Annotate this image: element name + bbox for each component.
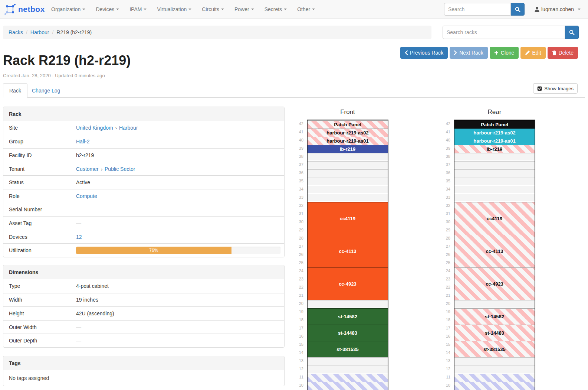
value-link[interactable]: Public Sector bbox=[105, 166, 135, 172]
rear-elevation: Patch Panelharbour-r219-as02harbour-r219… bbox=[454, 120, 535, 390]
reservation-unit[interactable] bbox=[454, 382, 535, 390]
user-menu[interactable]: luqman.cohen bbox=[535, 0, 581, 19]
unit-number: 14 bbox=[285, 348, 303, 357]
device-front-st-14582[interactable]: st-14582 bbox=[308, 308, 388, 325]
unit-number: 17 bbox=[285, 324, 303, 332]
panel-row: StatusActive bbox=[3, 175, 284, 189]
global-search-input[interactable] bbox=[444, 3, 511, 16]
device-rear-harbour-r219-as02[interactable]: harbour-r219-as02 bbox=[454, 129, 535, 137]
device-front-st-381535[interactable]: st-381535 bbox=[308, 341, 388, 357]
empty-slot[interactable] bbox=[454, 300, 535, 308]
unit-number: 42 bbox=[432, 120, 450, 128]
device-rear-lb-r219[interactable]: lb-r219 bbox=[454, 145, 535, 153]
device-front-st-14483[interactable]: st-14483 bbox=[308, 325, 388, 341]
value-link[interactable]: United Kingdom bbox=[76, 125, 113, 131]
device-front-cc-4113[interactable]: cc-4113 bbox=[308, 235, 388, 267]
reservation-unit[interactable] bbox=[454, 374, 535, 382]
empty-slot[interactable] bbox=[308, 161, 388, 169]
value-link[interactable]: Hall-2 bbox=[76, 139, 90, 144]
global-search-button[interactable] bbox=[511, 3, 525, 16]
unit-number: 36 bbox=[285, 169, 303, 177]
delete-button[interactable]: Delete bbox=[548, 47, 578, 59]
empty-slot[interactable] bbox=[454, 169, 535, 178]
device-rear-st-381535[interactable]: st-381535 bbox=[454, 341, 535, 357]
device-front-harbour-r219-as01[interactable]: harbour-r219-as01 bbox=[308, 137, 388, 145]
row-label: Group bbox=[3, 139, 76, 144]
device-rear-cc4119[interactable]: cc4119 bbox=[454, 202, 535, 235]
clone-button[interactable]: Clone bbox=[490, 47, 519, 59]
reservation-unit[interactable] bbox=[308, 374, 388, 382]
empty-slot[interactable] bbox=[454, 153, 535, 161]
empty-slot[interactable] bbox=[308, 153, 388, 161]
edit-button[interactable]: Edit bbox=[520, 47, 545, 59]
device-front-lb-r219[interactable]: lb-r219 bbox=[308, 145, 388, 153]
empty-slot[interactable] bbox=[308, 169, 388, 178]
unit-number: 15 bbox=[432, 340, 450, 348]
nav-item-virtualization[interactable]: Virtualization bbox=[152, 0, 197, 19]
chevron-down-icon bbox=[284, 9, 287, 10]
netbox-brand[interactable]: netbox bbox=[4, 0, 45, 19]
search-icon bbox=[569, 30, 575, 35]
user-icon bbox=[535, 7, 539, 12]
device-rear-cc-4923[interactable]: cc-4923 bbox=[454, 267, 535, 300]
tab-change-log[interactable]: Change Log bbox=[26, 83, 66, 98]
row-value: 12 bbox=[76, 234, 284, 240]
value-link[interactable]: Customer bbox=[76, 166, 99, 172]
unit-number: 36 bbox=[432, 169, 450, 177]
rack-search-input[interactable] bbox=[443, 26, 565, 39]
empty-slot[interactable] bbox=[308, 194, 388, 202]
nav-item-other[interactable]: Other bbox=[292, 0, 320, 19]
panel-row: TenantCustomer›Public Sector bbox=[3, 162, 284, 176]
nav-item-power[interactable]: Power bbox=[229, 0, 259, 19]
device-front-cc4119[interactable]: cc4119 bbox=[308, 202, 388, 235]
nav-item-secrets[interactable]: Secrets bbox=[259, 0, 292, 19]
row-label: Status bbox=[3, 179, 76, 185]
empty-slot[interactable] bbox=[454, 365, 535, 374]
previous-rack-button[interactable]: Previous Rack bbox=[400, 47, 448, 59]
device-rear-patch-panel[interactable]: Patch Panel bbox=[454, 120, 535, 129]
row-value: United Kingdom›Harbour bbox=[76, 125, 284, 131]
device-front-patch-panel[interactable]: Patch Panel bbox=[308, 120, 388, 129]
empty-slot[interactable] bbox=[308, 365, 388, 374]
value-link[interactable]: Harbour bbox=[119, 125, 138, 131]
device-rear-st-14582[interactable]: st-14582 bbox=[454, 308, 535, 325]
unit-number: 34 bbox=[432, 185, 450, 193]
empty-slot[interactable] bbox=[454, 357, 535, 365]
value-link[interactable]: Compute bbox=[76, 193, 97, 199]
unit-number: 25 bbox=[285, 259, 303, 267]
reservation-unit[interactable] bbox=[308, 382, 388, 390]
unit-number: 28 bbox=[432, 234, 450, 242]
next-rack-button[interactable]: Next Rack bbox=[450, 47, 488, 59]
device-rear-harbour-r219-as01[interactable]: harbour-r219-as01 bbox=[454, 137, 535, 145]
device-rear-cc-4113[interactable]: cc-4113 bbox=[454, 235, 535, 267]
empty-slot[interactable] bbox=[308, 186, 388, 194]
nav-item-devices[interactable]: Devices bbox=[91, 0, 124, 19]
empty-slot[interactable] bbox=[308, 178, 388, 186]
tab-rack[interactable]: Rack bbox=[3, 83, 27, 98]
show-images-button[interactable]: Show Images bbox=[533, 83, 578, 94]
device-rear-st-14483[interactable]: st-14483 bbox=[454, 325, 535, 341]
breadcrumb-link[interactable]: Racks bbox=[9, 29, 23, 35]
unit-number: 11 bbox=[285, 373, 303, 381]
value-link[interactable]: 12 bbox=[76, 234, 82, 240]
chevron-right-icon bbox=[454, 51, 457, 55]
nav-item-circuits[interactable]: Circuits bbox=[197, 0, 229, 19]
empty-slot[interactable] bbox=[308, 300, 388, 308]
unit-number: 29 bbox=[285, 226, 303, 234]
empty-slot[interactable] bbox=[454, 186, 535, 194]
device-front-harbour-r219-as02[interactable]: harbour-r219-as02 bbox=[308, 129, 388, 137]
empty-slot[interactable] bbox=[308, 357, 388, 365]
user-name: luqman.cohen bbox=[541, 6, 574, 12]
device-front-cc-4923[interactable]: cc-4923 bbox=[308, 267, 388, 300]
empty-slot[interactable] bbox=[454, 194, 535, 202]
unit-number: 26 bbox=[285, 250, 303, 259]
empty-slot[interactable] bbox=[454, 161, 535, 169]
rack-search-button[interactable] bbox=[565, 26, 579, 39]
top-navbar: netbox OrganizationDevicesIPAMVirtualiza… bbox=[0, 0, 588, 19]
nav-item-ipam[interactable]: IPAM bbox=[124, 0, 152, 19]
front-elevation: Patch Panelharbour-r219-as02harbour-r219… bbox=[307, 120, 388, 390]
breadcrumb-link[interactable]: Harbour bbox=[30, 29, 49, 35]
row-value: — bbox=[76, 220, 284, 226]
nav-item-organization[interactable]: Organization bbox=[46, 0, 91, 19]
empty-slot[interactable] bbox=[454, 178, 535, 186]
